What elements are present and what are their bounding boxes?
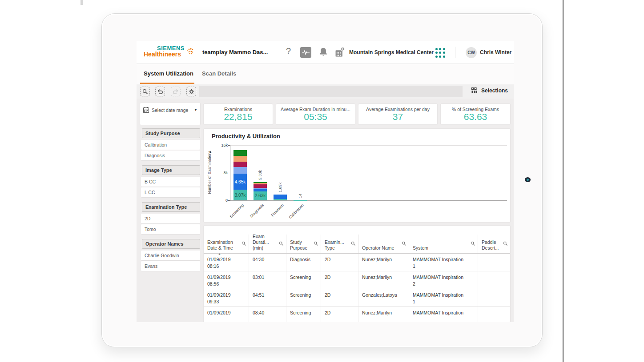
hospital-building-icon[interactable] bbox=[334, 47, 345, 58]
siemens-healthineers-logo: SIEMENS Healthineers bbox=[144, 45, 193, 61]
table-cell: MAMMOMAT Inspiration 2 bbox=[409, 271, 478, 289]
tab-scan-details[interactable]: Scan Details bbox=[202, 70, 236, 77]
filter-item[interactable]: Charlie Goodwin bbox=[141, 251, 200, 260]
bar-segment-orange bbox=[233, 156, 247, 162]
column-search-icon[interactable] bbox=[471, 241, 475, 246]
table-cell: MAMMOMAT Inspiration bbox=[409, 307, 478, 322]
filter-item[interactable]: L CC bbox=[141, 187, 200, 197]
column-header-5[interactable]: System bbox=[409, 235, 478, 253]
bar-segment-blue: 4.65k bbox=[233, 174, 247, 190]
x-axis-line bbox=[230, 200, 507, 201]
table-cell: 01/09/2019 bbox=[204, 307, 249, 322]
user-avatar[interactable]: CW bbox=[466, 47, 477, 58]
table-body: 01/09/2019 08:1604:30Diagnosis2DNunez;Ma… bbox=[204, 254, 510, 322]
table-cell: Nunez;Marilyn bbox=[358, 254, 409, 271]
column-header-label: Study Purpose bbox=[290, 239, 313, 251]
bar-total-label: 14 bbox=[298, 194, 302, 198]
column-search-icon[interactable] bbox=[242, 241, 246, 246]
organization-name[interactable]: Mountain Springs Medical Center bbox=[349, 49, 434, 56]
table-cell bbox=[478, 254, 510, 271]
bar-phantom[interactable] bbox=[274, 195, 287, 200]
bar-segment-teal: 3.07k bbox=[233, 190, 247, 200]
table-cell: 03:01 bbox=[249, 271, 286, 289]
column-search-icon[interactable] bbox=[314, 241, 318, 246]
selections-icon bbox=[471, 87, 478, 94]
zoom-search-button[interactable] bbox=[140, 87, 150, 96]
y-axis-line bbox=[230, 145, 230, 200]
notifications-bell-icon[interactable] bbox=[318, 47, 328, 58]
productivity-chart-card: Productivity & Utilization ▼ Number of E… bbox=[204, 129, 510, 222]
tab-system-utilization[interactable]: System Utilization bbox=[144, 70, 193, 77]
filter-group-image-type[interactable]: Image Type bbox=[142, 165, 200, 175]
bar-screening[interactable]: 3.07k4.65k bbox=[233, 150, 247, 200]
selections-label: Selections bbox=[481, 88, 508, 94]
filter-item[interactable]: Evans bbox=[141, 261, 200, 271]
filter-item[interactable]: 2D bbox=[141, 214, 200, 223]
chart-plot-area: 16k8k03.07k4.65kScreening2.63k5.33kDiagn… bbox=[230, 145, 507, 200]
bar-segment-teal bbox=[274, 199, 287, 200]
table-row[interactable]: 01/09/2019 09:3304:51Screening2DGonzales… bbox=[204, 289, 510, 307]
table-cell: MAMMOMAT Inspiration 1 bbox=[409, 254, 478, 271]
filter-group-operator-names[interactable]: Operator Names bbox=[142, 239, 200, 249]
dashboard-screen: SIEMENS Healthineers teamplay Mammo Das.… bbox=[137, 41, 514, 322]
help-icon[interactable]: ? bbox=[286, 46, 291, 56]
y-tick-label: 8k bbox=[223, 171, 228, 175]
date-range-selector[interactable]: Select date range ▼ bbox=[140, 103, 200, 125]
filter-group-examination-type[interactable]: Examination Type bbox=[142, 202, 200, 212]
column-header-3[interactable]: Examin... Type bbox=[321, 235, 358, 253]
bar-diagnosis[interactable]: 2.63k bbox=[254, 182, 267, 200]
column-header-4[interactable]: Operator Name bbox=[358, 235, 409, 253]
bar-segment-crimson bbox=[233, 162, 247, 167]
table-cell: Diagnosis bbox=[286, 254, 321, 271]
table-row[interactable]: 01/09/201908:40Screening2DNunez;MarilynM… bbox=[204, 307, 510, 322]
user-name[interactable]: Chris Winter bbox=[480, 49, 511, 56]
redo-button[interactable] bbox=[171, 87, 181, 96]
undo-button[interactable] bbox=[155, 87, 165, 96]
filter-item[interactable]: Calibration bbox=[141, 140, 200, 150]
bar-segment-teal: 2.63k bbox=[254, 191, 267, 200]
monitoring-icon[interactable] bbox=[300, 47, 311, 58]
scan-details-table-card: Examination Date & Time▲Exam Durati... (… bbox=[204, 226, 510, 322]
date-range-label: Select date range bbox=[152, 107, 192, 113]
table-cell bbox=[478, 271, 510, 289]
column-search-icon[interactable] bbox=[402, 241, 407, 246]
column-header-label: Paddle Descri... bbox=[482, 239, 502, 251]
y-axis-title: Number of Examinations bbox=[207, 145, 212, 200]
calendar-icon bbox=[143, 107, 149, 113]
tab-bar: System Utilization Scan Details bbox=[137, 64, 514, 84]
table-cell: 04:51 bbox=[249, 289, 286, 306]
gridline bbox=[230, 145, 507, 146]
table-cell bbox=[478, 307, 510, 322]
column-header-1[interactable]: Exam Durati... (min) bbox=[249, 235, 286, 253]
apps-grid-icon[interactable] bbox=[435, 48, 445, 58]
filter-group-study-purpose[interactable]: Study Purpose bbox=[142, 128, 200, 138]
kpi-examinations: Examinations 22,815 bbox=[204, 104, 273, 124]
settings-gear-button[interactable] bbox=[186, 87, 196, 96]
selections-button[interactable]: Selections bbox=[471, 87, 508, 94]
gridline bbox=[230, 173, 507, 173]
kpi-screening-percent: % of Screening Exams 63.63 bbox=[441, 104, 510, 124]
column-header-label: System bbox=[413, 245, 428, 251]
bar-total-label: 1.69k bbox=[278, 183, 282, 192]
table-cell: Nunez;Marilyn bbox=[358, 271, 409, 289]
bar-segment-blue bbox=[274, 195, 287, 199]
filter-item[interactable]: Tomo bbox=[141, 224, 200, 234]
filter-item[interactable]: B CC bbox=[141, 177, 200, 187]
y-tick-label: 0 bbox=[225, 198, 228, 203]
table-row[interactable]: 01/09/2019 08:1604:30Diagnosis2DNunez;Ma… bbox=[204, 254, 510, 271]
column-search-icon[interactable] bbox=[279, 241, 284, 246]
column-header-6[interactable]: Paddle Descri... bbox=[478, 235, 510, 253]
stray-mark bbox=[80, 0, 83, 5]
kpi-avg-exam-duration: Average Exam Duration in minu... 05:35 bbox=[276, 104, 355, 124]
page: SIEMENS Healthineers teamplay Mammo Das.… bbox=[0, 0, 644, 362]
filter-item[interactable]: Diagnosis bbox=[141, 151, 200, 160]
table-row[interactable]: 01/09/2019 08:5603:01Screening2DNunez;Ma… bbox=[204, 271, 510, 289]
column-header-0[interactable]: Examination Date & Time▲ bbox=[204, 235, 249, 253]
column-header-2[interactable]: Study Purpose bbox=[286, 235, 321, 253]
column-search-icon[interactable] bbox=[503, 241, 508, 246]
table-cell: 01/09/2019 08:56 bbox=[204, 271, 249, 289]
table-cell: Screening bbox=[286, 307, 321, 322]
column-search-icon[interactable] bbox=[351, 241, 356, 246]
content-area: Select date range ▼ Study PurposeCalibra… bbox=[137, 99, 514, 322]
kpi-avg-exams-per-day: Average Examinations per day 37 bbox=[358, 104, 437, 124]
